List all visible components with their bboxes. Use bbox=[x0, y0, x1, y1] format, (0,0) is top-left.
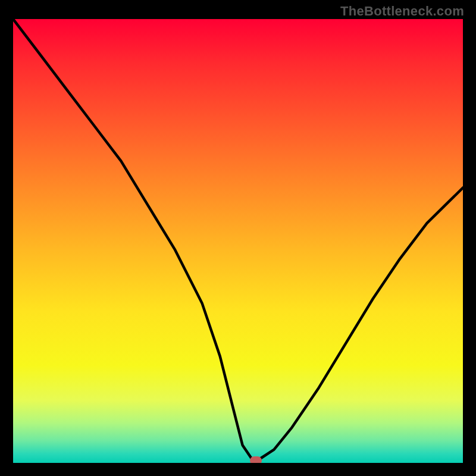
chart-frame: TheBottleneck.com bbox=[0, 0, 476, 476]
bottleneck-curve bbox=[13, 19, 463, 463]
curve-path bbox=[13, 19, 463, 459]
watermark-text: TheBottleneck.com bbox=[340, 4, 464, 19]
plot-area bbox=[13, 19, 463, 463]
optimal-point-marker bbox=[250, 456, 262, 463]
